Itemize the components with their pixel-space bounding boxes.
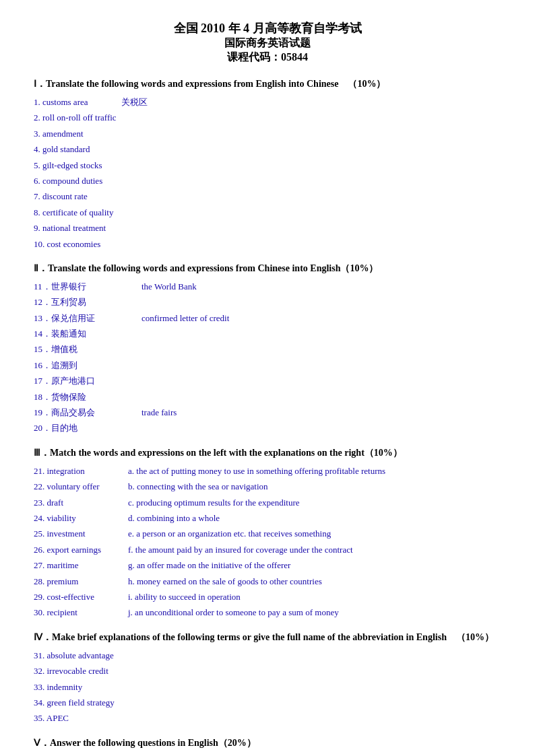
list-item: 18．货物保险 [34, 389, 501, 405]
match-left: 26. export earnings [34, 542, 128, 557]
match-right: e. a person or an organization etc. that… [128, 526, 331, 541]
list-item: 34. green field strategy [34, 695, 501, 710]
section-ii-heading: Ⅱ．Translate the following words and expr… [34, 263, 501, 275]
list-item: 35. APEC [34, 710, 501, 726]
list-item: 22. voluntary offer b. connecting with t… [34, 479, 501, 494]
list-item: 26. export earnings f. the amount paid b… [34, 542, 501, 557]
match-left: 25. investment [34, 526, 128, 541]
list-item: 17．原产地港口 [34, 373, 501, 388]
match-right: c. producing optimum results for the exp… [128, 495, 300, 510]
match-left: 23. draft [34, 495, 128, 510]
item-answer: confirmed letter of credit [141, 310, 229, 326]
list-item: 6. compound duties [34, 173, 501, 188]
list-item: 23. draft c. producing optimum results f… [34, 495, 501, 510]
section-iv-items: 31. absolute advantage 32. irrevocable c… [34, 648, 501, 726]
section-iv: Ⅳ．Make brief explanations of the followi… [34, 631, 501, 726]
item-answer: the World Bank [141, 279, 197, 294]
section-i-items: 1. customs area 关税区 2. roll on-roll off … [34, 94, 501, 252]
match-left: 22. voluntary offer [34, 479, 128, 494]
section-ii-items: 11．世界银行 the World Bank 12．互利贸易 13．保兑信用证 … [34, 279, 501, 436]
item-text: 3. amendment [34, 126, 121, 141]
item-text: 19．商品交易会 [34, 405, 141, 420]
match-right: g. an offer made on the initiative of th… [128, 557, 290, 573]
section-i: Ⅰ．Translate the following words and expr… [34, 78, 501, 252]
title-line1: 全国 2010 年 4 月高等教育自学考试 [34, 20, 501, 36]
list-item: 14．装船通知 [34, 326, 501, 341]
list-item: 12．互利贸易 [34, 294, 501, 310]
section-i-heading: Ⅰ．Translate the following words and expr… [34, 78, 501, 90]
item-answer: trade fairs [141, 405, 177, 420]
list-item: 33. indemnity [34, 679, 501, 695]
item-text: 5. gilt-edged stocks [34, 158, 121, 173]
list-item: 2. roll on-roll off traffic [34, 110, 501, 125]
list-item: 8. certificate of quality [34, 205, 501, 220]
list-item: 32. irrevocable credit [34, 663, 501, 679]
list-item: 1. customs area 关税区 [34, 94, 501, 110]
section-iv-heading: Ⅳ．Make brief explanations of the followi… [34, 631, 501, 644]
match-left: 28. premium [34, 574, 128, 589]
section-iii-items: 21. integration a. the act of putting mo… [34, 463, 501, 621]
item-answer: 关税区 [121, 94, 222, 110]
item-text: 6. compound duties [34, 173, 121, 188]
match-left: 27. maritime [34, 557, 128, 573]
match-right: i. ability to succeed in operation [128, 589, 241, 605]
list-item: 21. integration a. the act of putting mo… [34, 463, 501, 479]
list-item: 27. maritime g. an offer made on the ini… [34, 557, 501, 573]
item-text: 18．货物保险 [34, 389, 141, 405]
match-left: 29. cost-effective [34, 589, 128, 605]
section-v-items: 36. Why is it necessary to revise Incote… [34, 753, 501, 756]
item-text: 17．原产地港口 [34, 373, 141, 388]
item-text: 14．装船通知 [34, 326, 141, 341]
title-line3: 课程代码：05844 [34, 50, 501, 65]
item-text: 2. roll on-roll off traffic [34, 110, 121, 125]
section-ii: Ⅱ．Translate the following words and expr… [34, 263, 501, 436]
list-item: 11．世界银行 the World Bank [34, 279, 501, 294]
item-text: 9. national treatment [34, 220, 121, 236]
item-text: 4. gold standard [34, 141, 121, 157]
list-item: 13．保兑信用证 confirmed letter of credit [34, 310, 501, 326]
item-text: 12．互利贸易 [34, 294, 141, 310]
match-right: f. the amount paid by an insured for cov… [128, 542, 353, 557]
list-item: 20．目的地 [34, 420, 501, 436]
title-line2: 国际商务英语试题 [34, 36, 501, 50]
list-item: 36. Why is it necessary to revise Incote… [34, 753, 501, 756]
section-v: Ⅴ．Answer the following questions in Engl… [34, 737, 501, 756]
match-left: 30. recipient [34, 605, 128, 620]
item-text: 8. certificate of quality [34, 205, 121, 220]
list-item: 25. investment e. a person or an organiz… [34, 526, 501, 541]
list-item: 5. gilt-edged stocks [34, 158, 501, 173]
list-item: 31. absolute advantage [34, 648, 501, 663]
section-iii-heading: Ⅲ．Match the words and expressions on the… [34, 447, 501, 459]
list-item: 24. viability d. combining into a whole [34, 510, 501, 526]
item-text: 16．追溯到 [34, 357, 141, 373]
item-text: 1. customs area [34, 94, 121, 110]
list-item: 29. cost-effective i. ability to succeed… [34, 589, 501, 605]
list-item: 19．商品交易会 trade fairs [34, 405, 501, 420]
list-item: 10. cost economies [34, 236, 501, 252]
list-item: 7. discount rate [34, 188, 501, 204]
match-right: a. the act of putting money to use in so… [128, 463, 385, 479]
list-item: 16．追溯到 [34, 357, 501, 373]
item-text: 10. cost economies [34, 236, 121, 252]
match-right: b. connecting with the sea or navigation [128, 479, 268, 494]
item-text: 7. discount rate [34, 188, 121, 204]
match-left: 24. viability [34, 510, 128, 526]
list-item: 28. premium h. money earned on the sale … [34, 574, 501, 589]
match-right: h. money earned on the sale of goods to … [128, 574, 322, 589]
list-item: 9. national treatment [34, 220, 501, 236]
item-text: 20．目的地 [34, 420, 141, 436]
list-item: 30. recipient j. an unconditional order … [34, 605, 501, 620]
item-text: 11．世界银行 [34, 279, 141, 294]
list-item: 15．增值税 [34, 341, 501, 357]
match-left: 21. integration [34, 463, 128, 479]
item-text: 15．增值税 [34, 341, 141, 357]
item-text: 13．保兑信用证 [34, 310, 141, 326]
title-block: 全国 2010 年 4 月高等教育自学考试 国际商务英语试题 课程代码：0584… [34, 20, 501, 65]
list-item: 4. gold standard [34, 141, 501, 157]
match-right: d. combining into a whole [128, 510, 220, 526]
list-item: 3. amendment [34, 126, 501, 141]
section-iii: Ⅲ．Match the words and expressions on the… [34, 447, 501, 621]
section-v-heading: Ⅴ．Answer the following questions in Engl… [34, 737, 501, 749]
match-right: j. an unconditional order to someone to … [128, 605, 339, 620]
